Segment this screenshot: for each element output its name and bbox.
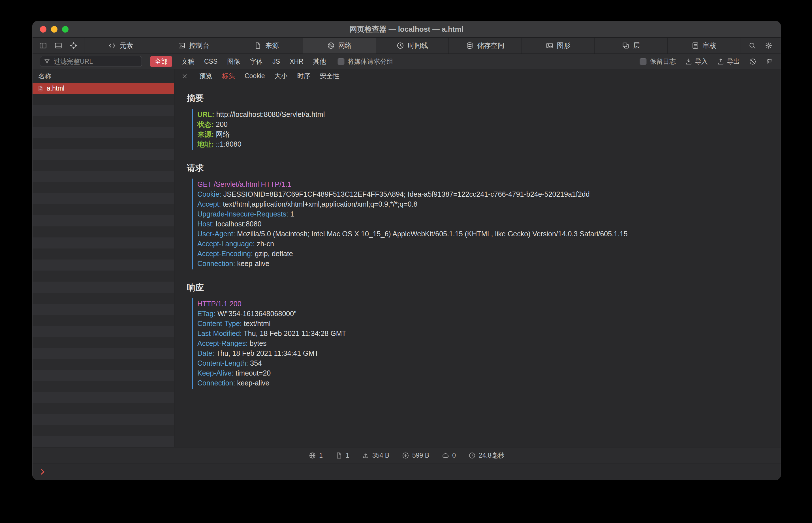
sidebar-empty-row [33,138,174,149]
filter-url-input-wrap[interactable] [40,56,142,67]
filter-chip-documents[interactable]: 文稿 [181,57,194,66]
header-line: Accept-Encoding: gzip, deflate [197,249,775,259]
detail-tab-cookie[interactable]: Cookie [245,72,265,80]
preserve-log-toggle[interactable]: 保留日志 [639,57,676,66]
detail-tab-headers[interactable]: 标头 [222,72,235,80]
inspector-tab-bar: 元素控制台来源网络时间线储存空间图形层审核 [84,38,740,54]
request-detail-pane: 预览标头Cookie大小时序安全性 摘要URL: http://localhos… [174,69,781,447]
header-name: Date: [197,349,214,357]
detail-tab-preview[interactable]: 预览 [199,72,212,80]
tab-network[interactable]: 网络 [303,38,375,54]
header-name: Last-Modified: [197,329,242,337]
tab-layers[interactable]: 层 [594,38,667,54]
network-status-bar: 11354 B599 B024.8毫秒 [33,447,781,464]
import-har-button[interactable]: 导入 [685,57,708,66]
close-window-button[interactable] [40,26,47,33]
download-icon [402,452,409,459]
toggle-bottom-panel-button[interactable] [54,41,63,50]
status-domain-count-value: 1 [319,452,323,459]
header-line: 状态: 200 [197,120,775,129]
header-value: Thu, 18 Feb 2021 11:34:28 GMT [244,329,346,337]
target-icon [69,41,78,50]
layers-icon [622,41,630,50]
header-value: JSESSIONID=8B17C69F1CF489F513C12EF4FF35A… [224,190,590,198]
preserve-log-label: 保留日志 [650,57,676,66]
header-name: Accept-Ranges: [197,339,248,347]
export-har-button[interactable]: 导出 [717,57,740,66]
detail-tab-timing[interactable]: 时序 [297,72,310,80]
header-line: Accept: text/html,application/xhtml+xml,… [197,199,775,209]
header-value: 354 [250,359,262,367]
tab-audit[interactable]: 审核 [667,38,740,54]
tab-timelines-label: 时间线 [408,41,428,50]
filter-chip-js[interactable]: JS [272,58,280,65]
header-name: Accept-Encoding: [197,250,253,257]
tab-sources[interactable]: 来源 [230,38,303,54]
audit-icon [691,41,699,50]
header-name: ETag: [197,310,215,318]
header-name: Keep-Alive: [197,369,234,377]
preserve-log-checkbox[interactable] [639,58,647,65]
sidebar-empty-row [33,403,174,414]
filter-chip-fonts[interactable]: 字体 [250,57,263,66]
tab-elements[interactable]: 元素 [84,38,157,54]
settings-button[interactable] [765,41,773,50]
tab-storage[interactable]: 储存空间 [448,38,521,54]
group-media-requests-toggle[interactable]: 将媒体请求分组 [337,57,393,66]
header-value: 1 [290,210,294,218]
sidebar-empty-row [33,259,174,271]
clear-network-items-button[interactable] [765,58,773,65]
detail-tab-size[interactable]: 大小 [275,72,288,80]
filter-chip-other[interactable]: 其他 [313,57,326,66]
globe-icon [308,452,316,459]
header-value: timeout=20 [235,369,271,377]
minimize-window-button[interactable] [51,26,57,33]
header-line: User-Agent: Mozilla/5.0 (Macintosh; Inte… [197,229,775,239]
cloud-icon [442,452,449,459]
header-value: text/html,application/xhtml+xml,applicat… [223,200,417,208]
header-line: Connection: keep-alive [197,259,775,269]
request-row[interactable]: a.html [33,83,174,94]
header-line: URL: http://localhost:8080/Servlet/a.htm… [197,109,775,120]
filter-chip-images[interactable]: 图像 [227,57,240,66]
clock-icon [468,452,476,459]
header-value: http://localhost:8080/Servlet/a.html [216,110,325,118]
disable-cache-button[interactable] [749,58,757,65]
header-value: Mozilla/5.0 (Macintosh; Intel Mac OS X 1… [237,230,628,238]
section-block: HTTP/1.1 200ETag: W/"354-1613648068000"C… [192,298,775,389]
tab-console[interactable]: 控制台 [157,38,230,54]
search-button[interactable] [748,41,756,50]
close-detail-button[interactable] [181,73,188,79]
header-line: 来源: 网络 [197,129,775,139]
tab-timelines[interactable]: 时间线 [376,38,448,54]
request-list: a.html [33,83,174,447]
header-value: 200 [216,120,228,128]
group-media-checkbox[interactable] [337,58,345,65]
filter-chip-css[interactable]: CSS [204,58,217,65]
sidebar-empty-row [33,171,174,182]
header-name: Content-Length: [197,359,248,367]
titlebar: 网页检查器 — localhost — a.html [33,21,781,38]
zoom-window-button[interactable] [62,26,69,33]
sidebar-empty-row [33,337,174,348]
detail-tab-security[interactable]: 安全性 [320,72,339,80]
group-media-label: 将媒体请求分组 [348,57,393,66]
status-bytes-received-value: 599 B [412,452,429,459]
toggle-sidebar-button[interactable] [39,41,47,50]
filter-chip-all[interactable]: 全部 [150,56,172,67]
console-prompt-bar[interactable] [33,464,781,480]
filter-url-input[interactable] [53,57,138,66]
element-picker-button[interactable] [69,41,78,50]
sidebar-empty-row [33,105,174,116]
sidebar-empty-row [33,116,174,127]
tab-graphics[interactable]: 图形 [522,38,594,54]
document-icon [335,452,343,459]
upload-icon [362,452,370,459]
section-block: URL: http://localhost:8080/Servlet/a.htm… [192,109,775,150]
sidebar-name-column-header: 名称 [33,69,174,83]
header-line: Keep-Alive: timeout=20 [197,368,775,378]
filter-chip-xhr[interactable]: XHR [289,58,303,65]
status-bytes-sent: 354 B [362,452,389,459]
sidebar-empty-row [33,348,174,359]
tab-elements-label: 元素 [120,41,133,50]
